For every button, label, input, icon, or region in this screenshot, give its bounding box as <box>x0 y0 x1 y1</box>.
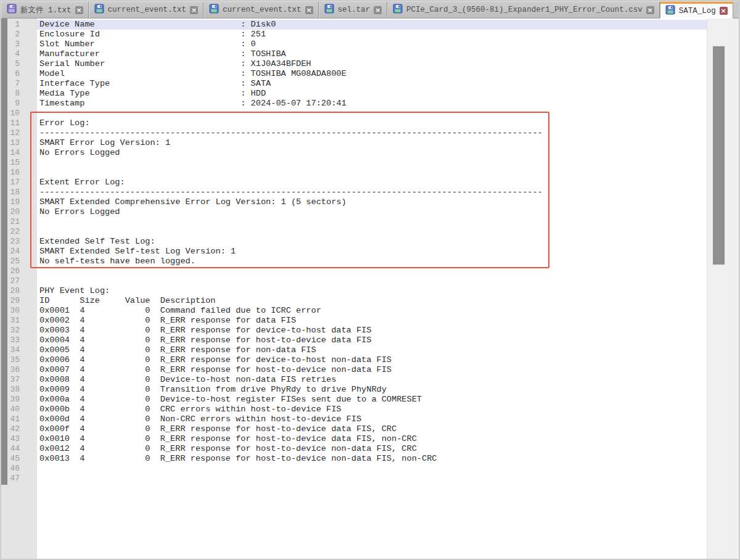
tab-label: 新文件 1.txt <box>20 5 72 15</box>
close-icon[interactable]: × <box>75 6 83 14</box>
code-line: 38 0x0009 4 0 Transition from drive PhyR… <box>1 385 707 395</box>
line-number: 34 <box>1 345 20 355</box>
code-line: 32 0x0003 4 0 R_ERR response for device-… <box>1 326 707 336</box>
line-number: 31 <box>1 316 20 326</box>
floppy-icon <box>665 5 675 17</box>
gutter-gap <box>20 227 37 237</box>
code-line: 14 No Errors Logged <box>1 148 707 158</box>
line-text <box>37 109 707 118</box>
gutter-gap <box>20 326 37 336</box>
line-text: ----------------------------------------… <box>37 128 707 138</box>
gutter-gap <box>20 178 37 187</box>
tab-sata-log[interactable]: SATA_Log × <box>660 2 733 19</box>
line-text: No Errors Logged <box>37 148 707 158</box>
line-text: 0x000d 4 0 Non-CRC errors within host-to… <box>37 414 707 424</box>
close-icon[interactable]: × <box>190 6 198 14</box>
code-line: 17 Extent Error Log: <box>1 178 707 187</box>
line-text: No Errors Logged <box>37 207 707 217</box>
close-icon[interactable]: × <box>305 6 313 14</box>
line-text <box>37 276 707 286</box>
line-text: Error Log: <box>37 118 707 128</box>
line-text: ID Size Value Description <box>37 296 707 306</box>
gutter-gap <box>20 59 37 69</box>
code-line: 31 0x0002 4 0 R_ERR response for data FI… <box>1 316 707 326</box>
document-content: 1 Device Name : Disk0 2 Enclosure Id : 2… <box>1 20 707 484</box>
gutter-gap <box>20 385 37 395</box>
line-text: Extended Self Test Log: <box>37 237 707 247</box>
line-number: 7 <box>1 79 20 89</box>
line-text: SMART Error Log Version: 1 <box>37 138 707 148</box>
vertical-scrollbar[interactable] <box>707 19 739 559</box>
line-number: 20 <box>1 207 20 217</box>
line-number: 13 <box>1 138 20 148</box>
gutter-gap <box>20 168 37 178</box>
line-text: 0x000b 4 0 CRC errors within host-to-dev… <box>37 405 707 414</box>
scrollbar-thumb[interactable] <box>713 46 725 265</box>
gutter-gap <box>20 375 37 385</box>
line-number: 36 <box>1 365 20 375</box>
code-line: 11 Error Log: <box>1 118 707 128</box>
gutter-gap <box>20 414 37 424</box>
floppy-icon <box>7 4 17 16</box>
line-number: 30 <box>1 306 20 316</box>
code-line: 41 0x000d 4 0 Non-CRC errors within host… <box>1 414 707 424</box>
line-number: 35 <box>1 355 20 365</box>
gutter-gap <box>20 79 37 89</box>
line-number: 38 <box>1 385 20 395</box>
gutter-gap <box>20 118 37 128</box>
tab-current-event-2[interactable]: current_event.txt × <box>204 2 319 18</box>
line-number: 3 <box>1 39 20 49</box>
gutter-gap <box>20 444 37 454</box>
floppy-icon <box>94 4 104 16</box>
line-number: 10 <box>1 109 20 118</box>
code-line: 19 SMART Extended Comprehensive Error Lo… <box>1 197 707 207</box>
code-line: 4 Manufacturer : TOSHIBA <box>1 49 707 59</box>
code-line: 29 ID Size Value Description <box>1 296 707 306</box>
gutter-gap <box>20 266 37 276</box>
code-line: 28 PHY Event Log: <box>1 286 707 296</box>
code-line: 13 SMART Error Log Version: 1 <box>1 138 707 148</box>
code-line: 46 <box>1 464 707 474</box>
line-text: 0x0003 4 0 R_ERR response for device-to-… <box>37 326 707 336</box>
code-line: 20 No Errors Logged <box>1 207 707 217</box>
line-number: 26 <box>1 266 20 276</box>
line-number: 8 <box>1 89 20 99</box>
gutter-gap <box>20 355 37 365</box>
gutter-gap <box>20 39 37 49</box>
line-text: Model : TOSHIBA MG08ADA800E <box>37 69 707 79</box>
line-number: 2 <box>1 30 20 39</box>
line-number: 5 <box>1 59 20 69</box>
code-line: 30 0x0001 4 0 Command failed due to ICRC… <box>1 306 707 316</box>
editor-window: 新文件 1.txt × current_event.txt × <box>0 0 740 560</box>
text-editor[interactable]: 1 Device Name : Disk0 2 Enclosure Id : 2… <box>1 19 739 559</box>
line-number: 44 <box>1 444 20 454</box>
line-number: 24 <box>1 247 20 257</box>
line-text <box>37 227 707 237</box>
gutter-gap <box>20 454 37 464</box>
line-number: 32 <box>1 326 20 336</box>
gutter-gap <box>20 286 37 296</box>
tab-new-file-1[interactable]: 新文件 1.txt × <box>1 2 89 18</box>
code-line: 7 Interface Type : SATA <box>1 79 707 89</box>
tab-sel-tar[interactable]: sel.tar × <box>319 2 388 18</box>
line-text <box>37 266 707 276</box>
code-line: 24 SMART Extended Self-test Log Version:… <box>1 247 707 257</box>
gutter-gap <box>20 424 37 434</box>
gutter-gap <box>20 30 37 39</box>
tab-label: current_event.txt <box>223 6 302 14</box>
close-icon[interactable]: × <box>374 6 382 14</box>
close-icon[interactable]: × <box>720 7 728 15</box>
line-text: 0x0007 4 0 R_ERR response for host-to-de… <box>37 365 707 375</box>
close-icon[interactable]: × <box>646 6 654 14</box>
tab-current-event-1[interactable]: current_event.txt × <box>89 2 204 18</box>
code-line: 22 <box>1 227 707 237</box>
gutter-gap <box>20 89 37 99</box>
line-number: 14 <box>1 148 20 158</box>
gutter-gap <box>20 138 37 148</box>
line-text <box>37 168 707 178</box>
tab-pcie-card-csv[interactable]: PCIe_Card_3_(9560-8i)_Expander1_PHY_Erro… <box>387 2 660 18</box>
line-number: 9 <box>1 99 20 109</box>
gutter-gap <box>20 148 37 158</box>
line-number: 22 <box>1 227 20 237</box>
line-text: SMART Extended Self-test Log Version: 1 <box>37 247 707 257</box>
